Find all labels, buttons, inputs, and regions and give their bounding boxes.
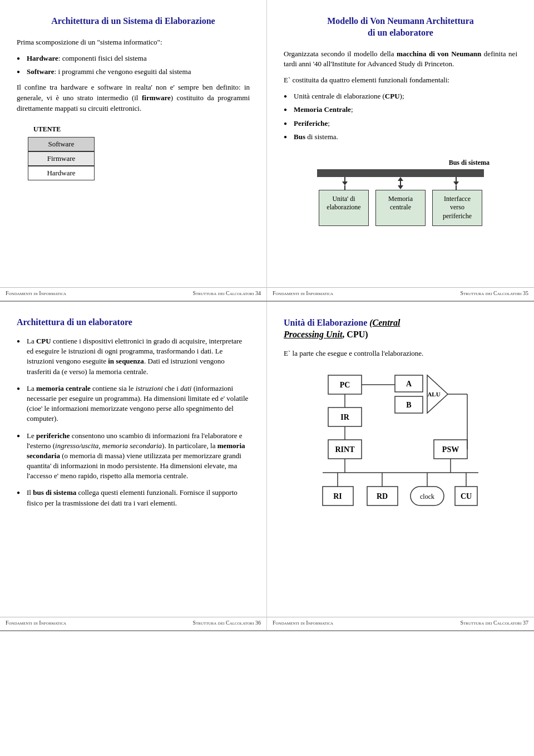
slide-36-bullets: La CPU contiene i dispositivi elettronic… <box>17 336 250 508</box>
istruzioni-italic: istruzioni <box>136 384 163 392</box>
slide-35-title-line2: di un elaboratore <box>368 28 433 37</box>
arrow-2 <box>398 177 403 190</box>
arrowhead-3 <box>453 181 459 185</box>
slide-34-title: Architettura di un Sistema di Elaborazio… <box>17 16 250 27</box>
bus-bold: Bus <box>294 132 305 141</box>
bullet-hardware: Hardware: componenti fisici del sistema <box>17 53 250 63</box>
firmware-box: Firmware <box>28 151 95 166</box>
slide-37-body: E` la parte che esegue e controlla l'ela… <box>284 348 517 359</box>
arrow-line-3b <box>456 185 457 190</box>
memoria-bold-36: memoria centrale <box>36 384 91 392</box>
slide-35: Modello di Von Neumann Architettura di u… <box>267 0 534 301</box>
top-slides-row: Architettura di un Sistema di Elaborazio… <box>0 0 534 302</box>
cpu-diagram-svg: PC A B ALU IR RINT <box>317 370 484 526</box>
ri-text: RI <box>333 492 342 500</box>
bullet-cpu-36: La CPU contiene i dispositivi elettronic… <box>17 336 250 377</box>
footer-right: Struttura dei Calcolatori 34 <box>192 290 261 296</box>
slide-35-title: Modello di Von Neumann Architettura di u… <box>284 16 517 39</box>
title-processing: Processing Unit <box>284 330 342 339</box>
slide-35-title-line1: Modello di Von Neumann Architettura <box>327 16 474 26</box>
title-part2: (Central <box>369 318 400 327</box>
slide-36: Architettura di un elaboratore La CPU co… <box>0 302 267 630</box>
arrow-line-1b <box>344 185 345 190</box>
footer-right-37: Struttura dei Calcolatori 37 <box>460 620 528 626</box>
arrowhead-2u <box>398 177 403 181</box>
ingresso-italic: ingresso/uscita, memoria secondaria <box>55 441 162 450</box>
arrowhead-1 <box>342 181 348 185</box>
utente-label: UTENTE <box>33 125 61 134</box>
bullet-cpu: Unità centrale di elaborazione (CPU); <box>284 91 517 101</box>
bullet-periferiche-36: Le periferiche consentono uno scambio di… <box>17 431 250 482</box>
slide-36-title: Architettura di un elaboratore <box>17 317 250 327</box>
bullet-periferiche: Periferiche; <box>284 119 517 129</box>
arrow-line-3 <box>456 177 457 181</box>
bus-boxes: Unita' di elaborazione Memoria centrale … <box>317 190 484 226</box>
cpu-bold: CPU <box>385 92 400 100</box>
footer-left-36: Fondamenti di Informatica <box>6 620 66 626</box>
arrowhead-2d <box>398 185 403 189</box>
slide-37: Unità di Elaborazione (Central Processin… <box>267 302 534 630</box>
periferiche-bold: Periferiche <box>294 119 328 127</box>
rint-text: RINT <box>335 445 355 454</box>
bullet-memoria-36: La memoria centrale contiene sia le istr… <box>17 384 250 424</box>
firmware-bold: firmware <box>142 94 171 102</box>
bullet-bus: Bus di sistema. <box>284 132 517 142</box>
bullet-memoria: Memoria Centrale; <box>284 105 517 115</box>
bullet-software: Software: i programmi che vengono esegui… <box>17 67 250 77</box>
arrow-line-1 <box>344 177 345 181</box>
title-part1: Unità di Elaborazione <box>284 318 367 327</box>
slide-34: Architettura di un Sistema di Elaborazio… <box>0 0 267 301</box>
hardware-box: Hardware <box>28 166 95 180</box>
slide-35-bullets: Unità centrale di elaborazione (CPU); Me… <box>284 91 517 142</box>
slide-35-body2: E` costituita da quattro elementi funzio… <box>284 75 517 86</box>
bus-bar <box>317 169 484 177</box>
software-bold: Software <box>27 67 55 76</box>
software-box: Software <box>28 137 95 151</box>
bus-box-memoria: Memoria centrale <box>375 190 426 226</box>
psw-text: PSW <box>442 445 459 454</box>
utente-section: UTENTE Software Firmware Hardware <box>17 125 250 180</box>
arrow-1 <box>342 177 348 190</box>
rd-text: RD <box>377 492 388 500</box>
dati-italic: dati <box>180 384 191 392</box>
slide-37-title: Unità di Elaborazione (Central Processin… <box>284 317 517 341</box>
bus-arrows <box>317 177 484 190</box>
slide-34-body2: Il confine tra hardware e software in re… <box>17 82 250 114</box>
pc-text: PC <box>340 381 350 389</box>
title-cpu: , CPU) <box>342 330 368 339</box>
slide-34-footer: Fondamenti di Informatica Struttura dei … <box>0 287 266 296</box>
cu-text: CU <box>461 492 472 500</box>
memoria-bold: Memoria Centrale <box>294 105 351 114</box>
alu-text: ALU <box>427 391 440 397</box>
arrow-3 <box>453 177 459 190</box>
cpu-bold-36: CPU <box>36 337 51 345</box>
b-text: B <box>406 401 411 409</box>
periferiche-bold-36: periferiche <box>36 431 70 440</box>
slide-35-body1: Organizzata secondo il modello della mac… <box>284 49 517 70</box>
slide-36-footer: Fondamenti di Informatica Struttura dei … <box>0 617 266 626</box>
bus-box-cpu: Unita' di elaborazione <box>319 190 369 226</box>
slide-34-bullets: Hardware: componenti fisici del sistema … <box>17 53 250 77</box>
arrow-line-2 <box>400 181 401 185</box>
a-text: A <box>406 380 412 388</box>
sequenza-bold: in sequenza <box>108 357 144 365</box>
footer-right-35: Struttura dei Calcolatori 35 <box>460 290 528 296</box>
footer-left-37: Fondamenti di Informatica <box>273 620 333 626</box>
bottom-slides-row: Architettura di un elaboratore La CPU co… <box>0 302 534 631</box>
bus-bold-36: bus di sistema <box>33 488 76 497</box>
bus-label: Bus di sistema <box>449 159 490 167</box>
ir-text: IR <box>340 413 349 421</box>
bus-box-interfacce: Interfacce verso periferiche <box>432 190 482 226</box>
page-container: Architettura di un Sistema di Elaborazio… <box>0 0 534 631</box>
slide-34-intro: Prima scomposizione di un "sistema infor… <box>17 37 250 48</box>
bullet-bus-36: Il bus di sistema collega questi element… <box>17 488 250 508</box>
clock-text: clock <box>420 493 434 500</box>
footer-left: Fondamenti di Informatica <box>6 290 66 296</box>
utente-boxes: Software Firmware Hardware <box>28 137 95 180</box>
slide-37-footer: Fondamenti di Informatica Struttura dei … <box>267 617 534 626</box>
slide-35-footer: Fondamenti di Informatica Struttura dei … <box>267 287 534 296</box>
cpu-diagram-container: PC A B ALU IR RINT <box>284 370 517 526</box>
hardware-bold: Hardware <box>27 54 58 62</box>
footer-left-35: Fondamenti di Informatica <box>273 290 333 296</box>
bus-diagram: Bus di sistema <box>306 159 495 226</box>
